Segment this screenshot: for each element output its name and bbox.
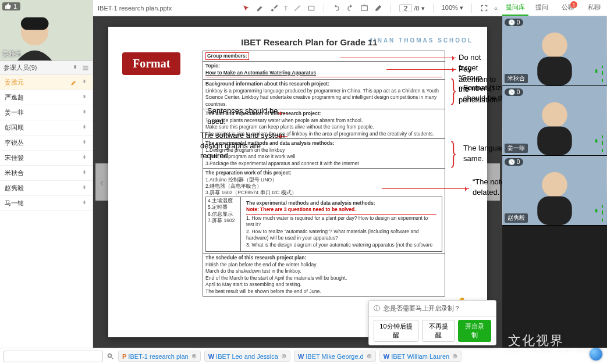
schedule-badge: 🕓 0	[505, 158, 523, 166]
pen-icon[interactable]	[256, 4, 264, 12]
right-tab[interactable]: 私聊	[581, 0, 607, 16]
annotation-software: The software and system design graphs ar…	[200, 130, 287, 161]
student-video[interactable]: 🕓 0姜一菲	[502, 86, 607, 156]
right-tab[interactable]: 提问库	[502, 0, 528, 16]
search-icon[interactable]	[107, 352, 115, 361]
screenshot-icon[interactable]	[360, 4, 368, 12]
page-input[interactable]	[399, 4, 412, 12]
svg-rect-10	[537, 126, 572, 155]
erase-icon[interactable]	[374, 4, 382, 12]
document-tab[interactable]: PIBET-1 research plan⊗	[118, 351, 201, 362]
never-remind-button[interactable]: 不再提醒	[422, 320, 455, 342]
slide-content: JINAN THOMAS SCHOOL IBET Research Plan f…	[108, 27, 487, 337]
participants-list: 姜雅元严逸超姜一菲彭国顺李锐丛宋佳骏米秋合赵隽毅马一铭	[0, 75, 93, 348]
svg-point-6	[542, 33, 567, 58]
brush-icon[interactable]	[270, 4, 278, 12]
pointer-icon[interactable]	[242, 4, 250, 12]
close-icon[interactable]: ⊗	[367, 352, 372, 360]
center-area: IBET-1 research plan.pptx T /8 ▾	[93, 0, 502, 348]
fullscreen-icon[interactable]	[480, 4, 488, 12]
participant-row[interactable]: 米秋合	[0, 166, 93, 181]
toolbar: IBET-1 research plan.pptx T /8 ▾	[93, 0, 502, 16]
participant-row[interactable]: 宋佳骏	[0, 151, 93, 166]
zoom-level[interactable]: 100% ▾	[442, 4, 463, 12]
bottom-bar: PIBET-1 research plan⊗WIBET Leo and Jess…	[0, 348, 607, 364]
file-title: IBET-1 research plan.pptx	[98, 5, 176, 12]
student-video[interactable]: 🕓 0赵隽毅	[502, 156, 607, 226]
participant-row[interactable]: 姜雅元	[0, 75, 93, 90]
start-recording-button[interactable]: 开启录制	[458, 320, 491, 342]
line-icon[interactable]	[293, 4, 301, 12]
school-label: JINAN THOMAS SCHOOL	[369, 37, 473, 44]
svg-rect-3	[309, 6, 314, 10]
research-plan-doc: Group members: Topic:How to Make an Auto…	[203, 51, 445, 297]
prev-slide-button[interactable]: ‹	[95, 163, 108, 201]
svg-rect-2	[21, 17, 49, 30]
teacher-name: 姜雅元	[2, 49, 22, 58]
close-icon[interactable]: ⊗	[281, 352, 286, 360]
redo-icon[interactable]	[346, 4, 354, 12]
remind-later-button[interactable]: 10分钟后提醒	[374, 320, 418, 342]
svg-point-12	[542, 172, 567, 198]
mic-icon	[592, 202, 605, 223]
text-icon[interactable]: T	[284, 5, 288, 12]
svg-point-9	[542, 102, 567, 128]
svg-rect-7	[537, 56, 572, 85]
assistant-orb-icon[interactable]	[590, 348, 602, 361]
participants-header: 参课人员(9)	[0, 61, 93, 75]
participant-row[interactable]: 严逸超	[0, 90, 93, 105]
rect-icon[interactable]	[307, 4, 315, 12]
participant-row[interactable]: 姜一菲	[0, 105, 93, 120]
page-indicator[interactable]: /8 ▾	[399, 4, 424, 12]
right-panel: 提问库提问公聊1私聊 🕓 0米秋合🕓 0姜一菲🕓 0赵隽毅	[502, 0, 607, 348]
left-panel: 1 姜雅元 参课人员(9) 姜雅元严逸超姜一菲彭国顺李锐丛宋佳骏米秋合赵隽毅马一…	[0, 0, 93, 348]
svg-rect-4	[361, 5, 368, 10]
info-icon: ⓘ	[374, 304, 380, 313]
document-tabs: PIBET-1 research plan⊗WIBET Leo and Jess…	[118, 351, 462, 362]
document-tab[interactable]: WIBET Mike George.d⊗	[294, 351, 376, 362]
document-tab[interactable]: WIBET William Lauren⊗	[379, 351, 462, 362]
mic-icon	[592, 62, 605, 83]
student-videos: 🕓 0米秋合🕓 0姜一菲🕓 0赵隽毅	[502, 16, 607, 348]
mic-icon	[592, 132, 605, 153]
close-icon[interactable]: ⊗	[452, 352, 457, 360]
close-icon[interactable]: ⊗	[191, 352, 197, 360]
participant-row[interactable]: 李锐丛	[0, 135, 93, 151]
participant-row[interactable]: 马一铭	[0, 196, 93, 211]
right-tab[interactable]: 公聊1	[555, 0, 581, 16]
participants-header-icons[interactable]	[72, 65, 89, 72]
format-tag: Format	[122, 52, 180, 75]
schedule-badge: 🕓 0	[505, 88, 523, 96]
schedule-badge: 🕓 0	[505, 19, 523, 26]
right-tabs: 提问库提问公聊1私聊	[502, 0, 607, 16]
participant-row[interactable]: 彭国顺	[0, 120, 93, 135]
participant-row[interactable]: 赵隽毅	[0, 181, 93, 196]
svg-rect-13	[537, 196, 572, 225]
collapse-icon[interactable]: «	[494, 5, 498, 12]
recording-popup: ⓘ您是否需要马上开启录制？ 10分钟后提醒 不再提醒 开启录制	[368, 300, 496, 345]
teacher-video: 1 姜雅元	[0, 0, 93, 61]
document-tab[interactable]: WIBET Leo and Jessica⊗	[204, 351, 290, 362]
annotation-sentences: Sentences should be used.	[207, 106, 283, 126]
right-tab[interactable]: 提问	[528, 0, 555, 16]
undo-icon[interactable]	[332, 4, 340, 12]
student-video[interactable]: 🕓 0米秋合	[502, 16, 607, 86]
like-badge[interactable]: 1	[2, 2, 20, 10]
chat-input[interactable]	[3, 351, 103, 362]
